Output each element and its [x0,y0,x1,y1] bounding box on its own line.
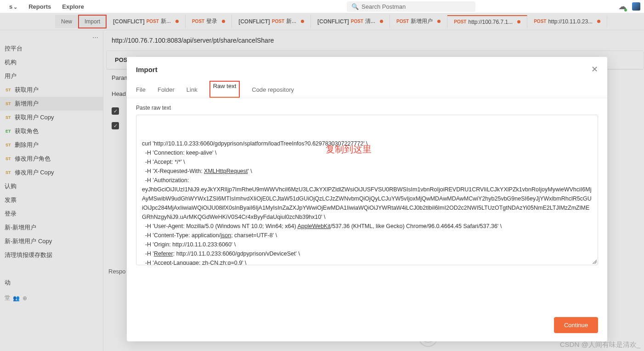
avatar[interactable] [632,2,640,11]
reports-nav[interactable]: Reports [23,1,56,12]
import-modal: Import ✕ File Folder Link Raw text Code … [127,57,607,341]
modal-title: Import [136,66,158,73]
continue-button[interactable]: Continue [554,317,598,333]
explore-nav[interactable]: Explore [56,1,90,12]
workspace-dropdown[interactable]: s⌄ [4,1,23,12]
tab-code-repository[interactable]: Code repository [252,82,294,98]
search-postman[interactable]: 🔍 Search Postman [347,1,475,12]
resize-handle-icon[interactable] [592,259,597,264]
sync-icon[interactable]: ☁ [618,1,627,11]
tab-link[interactable]: Link [186,82,198,98]
annotation-text: 复制到这里 [326,142,372,156]
paste-raw-text-label: Paste raw text [127,98,607,115]
close-icon[interactable]: ✕ [591,64,598,74]
top-menu-bar: s⌄ Reports Explore 🔍 Search Postman ☁ [0,0,644,13]
tab-folder[interactable]: Folder [158,82,175,98]
chevron-down-icon: ⌄ [13,4,17,10]
tab-raw-text[interactable]: Raw text [209,81,240,98]
import-tabs: File Folder Link Raw text Code repositor… [127,82,607,98]
watermark: CSDN @人间有味是清欢_ [560,340,640,349]
search-placeholder: Search Postman [362,3,406,10]
search-icon: 🔍 [351,3,359,10]
tab-file[interactable]: File [136,82,146,98]
raw-text-input[interactable]: 复制到这里 curl 'http://10.11.0.233:6060/gdpy… [136,115,598,265]
